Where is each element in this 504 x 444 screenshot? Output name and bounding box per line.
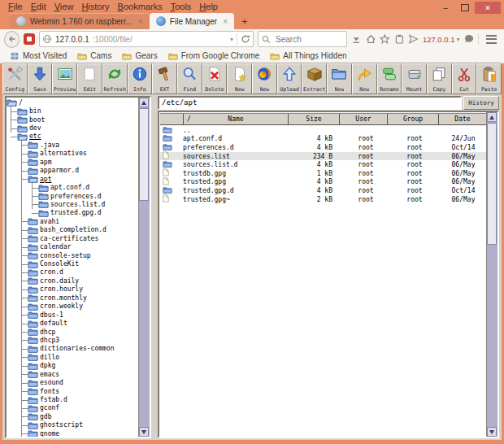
toolbar-button-paste-19[interactable]: Paste: [476, 63, 502, 94]
file-row-trusted.gpg.d[interactable]: trusted.gpg.d4 kBrootrootOct/14: [160, 186, 487, 195]
tree-item-default[interactable]: default: [7, 319, 139, 327]
send-icon[interactable]: [408, 33, 419, 45]
menu-hamburger-icon[interactable]: [483, 35, 500, 44]
tree-item-cron.weekly[interactable]: cron.weekly: [7, 303, 139, 311]
search-box[interactable]: [258, 31, 347, 47]
menu-edit[interactable]: Edit: [27, 2, 50, 11]
file-row-apt.conf.d[interactable]: apt.conf.d4 kBrootroot24/Jun: [160, 135, 487, 144]
file-row-trusted.gpg~[interactable]: trusted.gpg~2 kBrootroot06/May: [160, 195, 487, 204]
tree-item-sources.list.d[interactable]: sources.list.d: [7, 200, 139, 208]
tree-item-[interactable]: /: [7, 98, 139, 107]
tree-item-.java[interactable]: .java: [7, 141, 139, 149]
header-user[interactable]: User: [340, 114, 388, 124]
file-row-trusted.gpg[interactable]: trusted.gpg4 kBrootroot06/May: [160, 178, 487, 187]
toolbar-button-preview-2[interactable]: Preview: [52, 63, 77, 94]
toolbar-button-cut-18[interactable]: Cut: [452, 63, 477, 94]
tree-item-gconf[interactable]: gconf: [7, 404, 139, 412]
tree-item-cron.d[interactable]: cron.d: [7, 268, 139, 276]
tree-item-ca-certificates[interactable]: ca-certificates: [7, 234, 139, 242]
tree-item-esound[interactable]: esound: [7, 378, 139, 386]
bookmark-from-google-chrome[interactable]: From Google Chrome: [164, 51, 264, 60]
tree-item-fonts[interactable]: fonts: [7, 387, 139, 395]
scroll-down-button[interactable]: [139, 427, 149, 437]
toolbar-button-mount-16[interactable]: Mount: [402, 63, 427, 94]
menu-help[interactable]: Help: [195, 2, 222, 11]
tree-item-dpkg[interactable]: dpkg: [7, 362, 139, 370]
tree-item-ConsoleKit[interactable]: ConsoleKit: [7, 259, 139, 268]
tree-item-dictionaries-common[interactable]: dictionaries-common: [7, 345, 139, 353]
bookmark-all-things-hidden[interactable]: All Things Hidden: [266, 51, 350, 60]
back-button[interactable]: [4, 31, 20, 48]
tree-item-dbus-1[interactable]: dbus-1: [7, 311, 139, 319]
toolbar-button-new-14[interactable]: New: [352, 63, 377, 94]
menu-view[interactable]: View: [50, 2, 78, 11]
header-size[interactable]: Size: [289, 114, 340, 124]
tree-item-apm[interactable]: apm: [7, 158, 139, 166]
tab-file-manager[interactable]: File Manager ×: [150, 13, 234, 29]
chat-bubble-icon[interactable]: [464, 33, 475, 45]
file-row-trustdb.gpg[interactable]: trustdb.gpg1 kBrootroot06/May: [160, 169, 487, 178]
tab-close-icon[interactable]: ×: [137, 17, 143, 26]
file-list-scrollbar[interactable]: [486, 112, 497, 437]
home-icon[interactable]: [366, 33, 376, 45]
urlbar-dropdown-icon[interactable]: ▾: [230, 36, 233, 43]
toolbar-button-rename-15[interactable]: Rename: [377, 63, 402, 94]
bookmark-cams[interactable]: Cams: [73, 51, 115, 60]
security-shield-icon[interactable]: [24, 33, 35, 45]
downloads-icon[interactable]: [351, 33, 362, 45]
tree-item-emacs[interactable]: emacs: [7, 370, 139, 378]
tree-item-etc[interactable]: etc: [7, 133, 139, 141]
bookmark-gears[interactable]: Gears: [118, 51, 161, 60]
tree-item-fstab.d[interactable]: fstab.d: [7, 395, 139, 403]
url-bar[interactable]: 127.0.0.1:10000/file/ ▾: [39, 31, 254, 47]
toolbar-button-info-5[interactable]: Info: [128, 63, 153, 94]
header-date[interactable]: Date: [439, 114, 487, 124]
tab-webmin[interactable]: Webmin 1.760 on raspberr... ×: [10, 13, 150, 29]
tree-item-dhcp3[interactable]: dhcp3: [7, 336, 139, 344]
tree-item-calendar[interactable]: calendar: [7, 242, 139, 250]
file-row-preferences.d[interactable]: preferences.d4 kBrootrootOct/14: [160, 143, 487, 152]
file-row-..[interactable]: ..: [160, 126, 487, 135]
tree-item-ghostscript[interactable]: ghostscript: [7, 421, 139, 429]
clipboard-icon[interactable]: [394, 33, 405, 45]
toolbar-button-new-13[interactable]: New: [327, 63, 352, 94]
toolbar-button-new-10[interactable]: New: [252, 63, 277, 94]
history-button[interactable]: History: [463, 96, 499, 110]
toolbar-button-edit-3[interactable]: Edit: [77, 63, 102, 94]
tree-item-apt[interactable]: apt: [7, 175, 139, 183]
tree-item-cron.hourly[interactable]: cron.hourly: [7, 285, 139, 294]
toolbar-button-copy-17[interactable]: Copy: [427, 63, 452, 94]
tree-item-apparmor.d[interactable]: apparmor.d: [7, 167, 139, 175]
menu-history[interactable]: History: [77, 2, 113, 11]
tree-item-dev[interactable]: dev: [7, 124, 139, 132]
menu-bookmarks[interactable]: Bookmarks: [114, 2, 167, 11]
path-input[interactable]: /etc/apt: [158, 96, 462, 110]
toolbar-button-config-0[interactable]: Config: [2, 63, 28, 94]
scrollbar-thumb[interactable]: [487, 123, 497, 245]
file-row-sources.list[interactable]: sources.list234 Brootroot06/May: [160, 152, 487, 161]
menu-file[interactable]: File: [4, 2, 27, 11]
tree-item-dhcp[interactable]: dhcp: [7, 328, 139, 336]
file-row-sources.list.d[interactable]: sources.list.d4 kBrootroot06/May: [160, 160, 487, 169]
tree-item-boot[interactable]: boot: [7, 115, 139, 124]
bookmark-star-icon[interactable]: [380, 33, 390, 45]
tree-scrollbar[interactable]: [138, 98, 150, 437]
tree-item-bin[interactable]: bin: [7, 107, 139, 115]
tree-item-dillo[interactable]: dillo: [7, 353, 139, 361]
tree-item-gnome[interactable]: gnome: [7, 429, 139, 437]
toolbar-button-find-7[interactable]: Find: [177, 63, 202, 94]
toolbar-button-upload-11[interactable]: Upload: [277, 63, 302, 94]
bookmark-most-visited[interactable]: Most Visited: [6, 51, 71, 60]
tree-item-cron.daily[interactable]: cron.daily: [7, 276, 139, 285]
toolbar-button-new-9[interactable]: New: [227, 63, 252, 94]
tree-item-console-setup[interactable]: console-setup: [7, 251, 139, 259]
tree-item-apt.conf.d[interactable]: apt.conf.d: [7, 183, 139, 191]
scroll-down-button[interactable]: [487, 427, 497, 437]
scroll-up-button[interactable]: [487, 112, 497, 122]
toolbar-button-refresh-4[interactable]: Refresh: [102, 63, 128, 94]
header-name[interactable]: /Name: [184, 114, 289, 124]
toolbar-button-save-1[interactable]: Save: [28, 63, 53, 94]
search-input[interactable]: [274, 34, 334, 45]
toolbar-button-delete-8[interactable]: Delete: [202, 63, 228, 94]
reload-icon[interactable]: [241, 34, 250, 44]
